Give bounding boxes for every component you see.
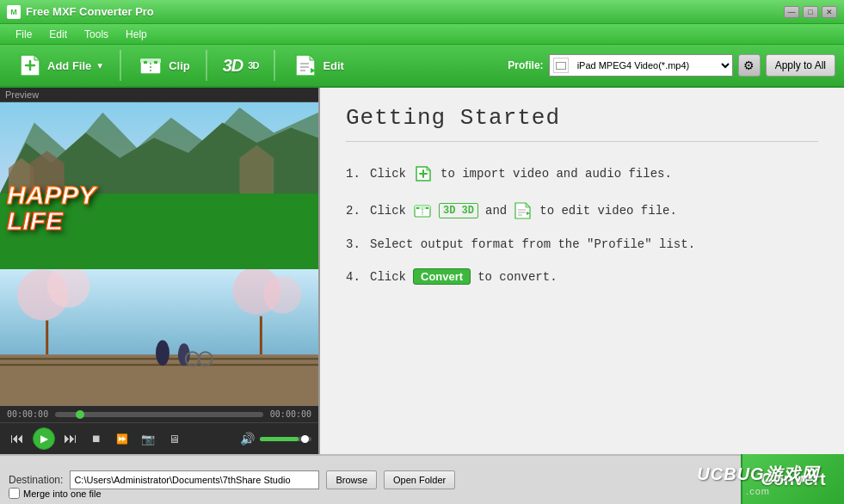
close-button[interactable]: ✕: [822, 6, 837, 18]
view-button[interactable]: 🖥: [163, 428, 184, 449]
snapshot-button[interactable]: 📷: [138, 428, 158, 449]
add-file-dropdown-icon[interactable]: ▼: [95, 61, 104, 71]
progress-thumb[interactable]: [76, 410, 84, 419]
svg-marker-36: [427, 167, 430, 170]
destination-input[interactable]: [70, 470, 319, 489]
open-folder-button[interactable]: Open Folder: [384, 470, 455, 489]
step-1-pre: Click: [370, 167, 406, 181]
preview-panel: Preview: [0, 88, 320, 454]
toolbar-sep-1: [120, 50, 121, 81]
menu-edit[interactable]: Edit: [40, 27, 76, 42]
browse-button[interactable]: Browse: [326, 470, 377, 489]
stop-button[interactable]: ⏹: [86, 428, 107, 449]
step-3-num: 3.: [346, 237, 363, 251]
content-area: Getting Started 1. Click to import video…: [320, 88, 844, 454]
play-button[interactable]: ▶: [33, 427, 55, 450]
step-2-edit-icon: [514, 201, 533, 220]
life-text: LIFE: [7, 208, 95, 234]
menu-bar: File Edit Tools Help: [0, 24, 844, 45]
profile-select[interactable]: iPad MPEG4 Video(*.mp4): [569, 55, 732, 76]
add-file-icon: [15, 52, 43, 79]
step-2-num: 2.: [346, 204, 363, 218]
toolbar-sep-3: [274, 50, 275, 81]
step-1: 1. Click to import video and audio files…: [346, 163, 818, 184]
volume-icon: 🔊: [240, 432, 255, 446]
add-file-button[interactable]: Add File ▼: [9, 48, 111, 83]
fast-forward-button[interactable]: ⏭: [60, 428, 81, 449]
menu-help[interactable]: Help: [117, 27, 156, 42]
profile-label: Profile:: [508, 59, 543, 71]
main-area: Preview: [0, 88, 844, 454]
merge-checkbox[interactable]: [9, 488, 20, 499]
step-1-icon: [413, 163, 434, 184]
add-file-label: Add File: [47, 59, 91, 72]
preview-label: Preview: [0, 88, 318, 102]
3d-label-3: 3D: [223, 56, 243, 76]
time-start: 00:00:00: [7, 409, 48, 419]
app-icon: M: [7, 5, 21, 19]
clip-label: Clip: [169, 59, 190, 72]
svg-rect-5: [140, 58, 161, 63]
step-1-post: to import video and audio files.: [440, 167, 672, 181]
merge-label: Merge into one file: [23, 489, 102, 499]
clip-icon: [137, 52, 164, 79]
step-2-and: and: [485, 204, 507, 218]
progress-bar[interactable]: [55, 412, 263, 417]
profile-area: Profile: iPad MPEG4 Video(*.mp4) ⚙ Apply…: [508, 54, 835, 77]
step-2-pre: Click: [370, 204, 406, 218]
convert-btn-inner: Convert: [761, 470, 826, 489]
3d-button[interactable]: 3D 3D: [216, 52, 266, 79]
step-3-text: Select output format from the "Profile" …: [370, 237, 695, 251]
bottom-bar: Destination: Browse Open Folder Merge in…: [0, 454, 844, 504]
svg-point-31: [156, 341, 169, 366]
step-1-num: 1.: [346, 167, 363, 181]
preview-water: [0, 269, 318, 406]
edit-icon: [291, 52, 318, 79]
preview-sky: [0, 102, 318, 194]
edit-button[interactable]: Edit: [284, 48, 351, 83]
progress-bar-area: 00:00:00 00:00:00: [0, 406, 318, 422]
app-title: Free MXF Converter Pro: [26, 5, 784, 18]
preview-video: HAPPY LIFE: [0, 102, 318, 406]
restore-button[interactable]: □: [803, 6, 818, 18]
playback-controls: ⏮ ▶ ⏭ ⏹ ⏩ 📷 🖥 🔊: [0, 422, 318, 454]
svg-marker-45: [526, 203, 530, 207]
convert-btn-label: Convert: [761, 470, 826, 489]
destination-label: Destination:: [9, 474, 63, 486]
clip-button[interactable]: Clip: [130, 48, 197, 83]
getting-started-title: Getting Started: [346, 105, 818, 131]
3d-label-sub: 3D: [248, 60, 258, 71]
convert-main-button[interactable]: Convert: [741, 454, 844, 504]
time-end: 00:00:00: [270, 409, 311, 419]
svg-marker-3: [34, 55, 40, 60]
preview-scene: HAPPY LIFE: [0, 102, 318, 406]
step-2-3d-badge: 3D 3D: [439, 203, 478, 218]
svg-rect-7: [154, 61, 157, 64]
window-controls: — □ ✕: [784, 6, 837, 18]
toolbar: Add File ▼ Clip 3D 3D Edit: [0, 45, 844, 88]
title-bar: M Free MXF Converter Pro — □ ✕: [0, 0, 844, 24]
svg-point-26: [263, 276, 301, 314]
volume-bar[interactable]: [260, 437, 311, 441]
minimize-button[interactable]: —: [784, 6, 799, 18]
rewind-button[interactable]: ⏮: [7, 428, 28, 449]
svg-rect-6: [144, 61, 147, 64]
svg-rect-41: [416, 207, 419, 209]
steps-list: 1. Click to import video and audio files…: [346, 163, 818, 285]
volume-thumb[interactable]: [301, 435, 309, 443]
step-4-post: to convert.: [477, 270, 557, 284]
svg-marker-10: [310, 55, 315, 60]
menu-file[interactable]: File: [7, 27, 40, 42]
svg-rect-42: [426, 207, 428, 209]
step-forward-button[interactable]: ⏩: [112, 428, 132, 449]
profile-settings-button[interactable]: ⚙: [738, 54, 761, 77]
edit-label: Edit: [323, 59, 344, 72]
toolbar-sep-2: [206, 50, 207, 81]
step-3: 3. Select output format from the "Profil…: [346, 237, 818, 251]
step-4-convert-button[interactable]: Convert: [413, 268, 471, 285]
apply-all-button[interactable]: Apply to All: [766, 54, 835, 77]
step-2-post2: to edit video file.: [539, 204, 677, 218]
menu-tools[interactable]: Tools: [76, 27, 117, 42]
step-4-pre: Click: [370, 270, 406, 284]
volume-fill: [260, 437, 299, 441]
